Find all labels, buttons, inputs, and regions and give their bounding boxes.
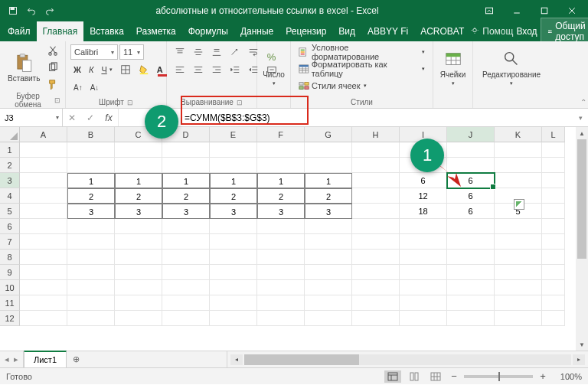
cell[interactable]: 18 bbox=[400, 204, 447, 219]
tab-abbyy[interactable]: ABBYY Fi bbox=[361, 21, 414, 41]
cell[interactable] bbox=[447, 280, 495, 295]
cell[interactable] bbox=[542, 265, 565, 280]
cell[interactable] bbox=[305, 265, 352, 280]
cell[interactable] bbox=[495, 142, 542, 158]
row-header[interactable]: 5 bbox=[0, 204, 20, 219]
cell[interactable] bbox=[115, 295, 162, 311]
cell[interactable] bbox=[447, 234, 495, 250]
cell[interactable]: 1 bbox=[67, 173, 115, 188]
dialog-launcher-icon[interactable]: ⊡ bbox=[127, 99, 133, 106]
cell[interactable] bbox=[210, 219, 257, 234]
cancel-formula-icon[interactable]: ✕ bbox=[63, 113, 81, 123]
cell[interactable] bbox=[542, 311, 565, 326]
row-header[interactable]: 12 bbox=[0, 311, 20, 326]
underline-button[interactable]: Ч▾ bbox=[98, 62, 115, 77]
cell[interactable] bbox=[542, 219, 565, 234]
save-icon[interactable] bbox=[5, 2, 21, 19]
cell[interactable] bbox=[447, 219, 495, 234]
row-header[interactable]: 7 bbox=[0, 234, 20, 250]
cell[interactable] bbox=[542, 234, 565, 250]
sheet-tab[interactable]: Лист1 bbox=[24, 351, 67, 367]
cell[interactable] bbox=[495, 234, 542, 250]
cell[interactable] bbox=[542, 173, 565, 188]
fx-icon[interactable]: fx bbox=[100, 113, 118, 123]
select-all-corner[interactable] bbox=[0, 127, 20, 142]
cell[interactable] bbox=[67, 142, 115, 158]
format-as-table-button[interactable]: Форматировать как таблицу▾ bbox=[296, 61, 428, 77]
decrease-indent-icon[interactable] bbox=[227, 62, 243, 77]
cell[interactable] bbox=[352, 295, 400, 311]
cell[interactable] bbox=[400, 265, 447, 280]
cell[interactable] bbox=[162, 311, 210, 326]
cell[interactable] bbox=[67, 219, 115, 234]
cell[interactable] bbox=[495, 173, 542, 188]
align-bottom-icon[interactable] bbox=[208, 44, 225, 60]
sheet-nav-prev-icon[interactable]: ◂ bbox=[5, 354, 9, 364]
paste-button[interactable]: Вставить bbox=[5, 51, 43, 84]
col-header[interactable]: H bbox=[352, 127, 400, 142]
tab-insert[interactable]: Вставка bbox=[83, 21, 130, 41]
cell[interactable] bbox=[20, 311, 67, 326]
cell[interactable] bbox=[495, 265, 542, 280]
page-layout-view-icon[interactable] bbox=[406, 370, 423, 383]
cell[interactable] bbox=[542, 204, 565, 219]
zoom-in-button[interactable]: + bbox=[537, 370, 548, 382]
cell[interactable]: 2 bbox=[67, 188, 115, 204]
cell[interactable] bbox=[115, 219, 162, 234]
name-box[interactable]: J3▾ bbox=[0, 109, 63, 126]
cell[interactable] bbox=[542, 158, 565, 173]
cell[interactable] bbox=[257, 295, 305, 311]
tab-acrobat[interactable]: ACROBAT bbox=[414, 21, 470, 41]
cell[interactable] bbox=[305, 142, 352, 158]
cell[interactable] bbox=[162, 158, 210, 173]
tab-review[interactable]: Рецензир bbox=[279, 21, 332, 41]
col-header[interactable]: F bbox=[257, 127, 305, 142]
undo-icon[interactable] bbox=[23, 2, 40, 19]
cell[interactable]: 3 bbox=[257, 204, 305, 219]
vertical-scrollbar[interactable]: ▲ ▼ bbox=[576, 127, 588, 351]
cell[interactable] bbox=[115, 280, 162, 295]
cell[interactable] bbox=[352, 188, 400, 204]
tab-view[interactable]: Вид bbox=[332, 21, 361, 41]
col-header[interactable]: E bbox=[210, 127, 257, 142]
add-sheet-button[interactable]: ⊕ bbox=[67, 351, 85, 367]
cell[interactable] bbox=[495, 280, 542, 295]
cell[interactable] bbox=[20, 204, 67, 219]
cell[interactable]: 2 bbox=[305, 188, 352, 204]
cell[interactable]: 1 bbox=[210, 173, 257, 188]
cell[interactable] bbox=[542, 188, 565, 204]
cell[interactable]: 1 bbox=[115, 173, 162, 188]
cell[interactable] bbox=[162, 142, 210, 158]
fill-color-button[interactable] bbox=[136, 62, 152, 77]
cell[interactable]: 3 bbox=[67, 204, 115, 219]
cell[interactable] bbox=[67, 280, 115, 295]
cell[interactable]: 1 bbox=[162, 173, 210, 188]
cell[interactable] bbox=[400, 234, 447, 250]
cell[interactable] bbox=[162, 280, 210, 295]
cell[interactable] bbox=[20, 295, 67, 311]
copy-icon[interactable] bbox=[44, 60, 61, 75]
cell[interactable] bbox=[210, 142, 257, 158]
cell[interactable] bbox=[162, 295, 210, 311]
cell[interactable] bbox=[352, 250, 400, 265]
cell[interactable] bbox=[495, 158, 542, 173]
cut-icon[interactable] bbox=[44, 43, 61, 58]
cell[interactable] bbox=[67, 265, 115, 280]
normal-view-icon[interactable] bbox=[384, 370, 401, 383]
cell[interactable] bbox=[495, 250, 542, 265]
cell[interactable]: 3 bbox=[305, 204, 352, 219]
cell[interactable]: 3 bbox=[115, 204, 162, 219]
cell[interactable] bbox=[352, 158, 400, 173]
row-header[interactable]: 9 bbox=[0, 265, 20, 280]
cell[interactable] bbox=[495, 219, 542, 234]
cell[interactable] bbox=[305, 158, 352, 173]
row-header[interactable]: 6 bbox=[0, 219, 20, 234]
cell[interactable] bbox=[67, 250, 115, 265]
tab-layout[interactable]: Разметка bbox=[130, 21, 182, 41]
cell[interactable] bbox=[352, 204, 400, 219]
cell[interactable]: 1 bbox=[305, 173, 352, 188]
font-combo[interactable]: Calibri▾ bbox=[70, 44, 118, 60]
cell[interactable] bbox=[210, 311, 257, 326]
cell[interactable] bbox=[20, 265, 67, 280]
cell[interactable] bbox=[67, 234, 115, 250]
